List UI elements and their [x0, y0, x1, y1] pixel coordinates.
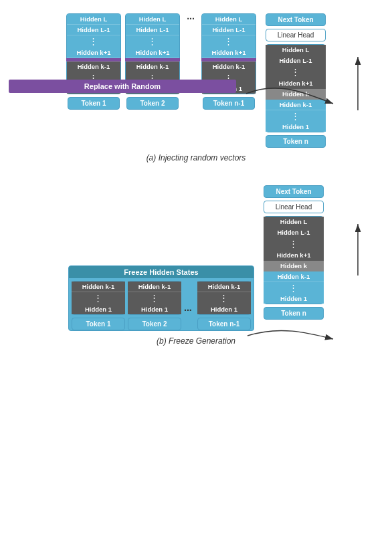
diagram-section-1: Hidden L Hidden L-1 ⋮ Hidden k+1 Hidden …	[0, 7, 392, 165]
rcol2-hidden-L1: Hidden L-1	[264, 227, 324, 238]
linear-head-box-2: Linear Head	[264, 201, 324, 213]
rcol1-hidden-L: Hidden L	[266, 45, 326, 56]
col3-token-label: Token n-1	[203, 97, 255, 110]
token-col-2: Hidden L Hidden L-1 ⋮ Hidden k+1 Hidden …	[125, 13, 180, 110]
fsc2-h1: Hidden 1	[128, 304, 181, 314]
diagram-1-wrapper: Hidden L Hidden L-1 ⋮ Hidden k+1 Hidden …	[5, 7, 387, 148]
rcol1-token-label: Token n	[266, 135, 326, 148]
ellipsis-1: ···	[184, 13, 197, 37]
diagram-1-caption: (a) Injecting random vectors	[146, 153, 246, 162]
spacer-top-left	[68, 185, 254, 265]
fsc2-dots: ⋮	[128, 292, 181, 304]
col1-hidden-km1: Hidden k-1	[67, 62, 120, 72]
fsc1-hkm1: Hidden k-1	[72, 282, 125, 292]
col2-token-label: Token 2	[126, 97, 179, 110]
replace-banner-1: Replace with Random	[9, 80, 236, 93]
rcol1-hidden-km1: Hidden k-1	[266, 100, 326, 110]
rcol2-hidden-1: Hidden 1	[264, 294, 324, 304]
right-col1-border: Hidden L Hidden L-1 ⋮ Hidden k+1 Hidden …	[266, 44, 326, 132]
rcol1-hidden-k1: Hidden k+1	[266, 78, 326, 89]
diagram-2-wrapper: Freeze Hidden States Hidden k-1 ⋮ Hidden…	[5, 179, 387, 331]
rcol1-dots-below: ⋮	[266, 110, 326, 122]
freeze-sub-col-2: Hidden k-1 ⋮ Hidden 1 Token 2	[128, 281, 181, 330]
freeze-group-container: Freeze Hidden States Hidden k-1 ⋮ Hidden…	[68, 185, 254, 331]
fsc3-token: Token n-1	[197, 318, 251, 330]
fsc2-token: Token 2	[128, 318, 181, 330]
freeze-sub-col-3: Hidden k-1 ⋮ Hidden 1 Token n-1	[197, 281, 251, 330]
fsc1-token: Token 1	[72, 318, 125, 330]
linear-head-box-1: Linear Head	[266, 29, 326, 41]
diagram-2-main-row: Freeze Hidden States Hidden k-1 ⋮ Hidden…	[5, 179, 387, 331]
col2-hidden-L1: Hidden L-1	[126, 25, 179, 35]
replace-banner-text: Replace with Random	[9, 80, 236, 93]
token-col-3: Hidden L Hidden L-1 ⋮ Hidden k+1 Hidden …	[201, 13, 256, 110]
rcol1-hidden-L1: Hidden L-1	[266, 56, 326, 66]
col2-hidden-L: Hidden L	[126, 14, 179, 25]
rcol2-dots-above: ⋮	[264, 238, 324, 250]
freeze-sub-cols: Hidden k-1 ⋮ Hidden 1 Token 1 Hidden k-1…	[69, 278, 254, 330]
diagram-section-2: Freeze Hidden States Hidden k-1 ⋮ Hidden…	[0, 179, 392, 348]
col3-hidden-L1: Hidden L-1	[202, 25, 256, 35]
right-special-col: Next Token Linear Head Hidden L Hidden L…	[266, 13, 326, 148]
right-col2-border: Hidden L Hidden L-1 ⋮ Hidden k+1 Hidden …	[264, 216, 324, 304]
fsc1-border: Hidden k-1 ⋮ Hidden 1	[72, 281, 125, 315]
col2-dots-above: ⋮	[126, 35, 179, 47]
fsc3-border: Hidden k-1 ⋮ Hidden 1	[197, 281, 251, 315]
rcol1-hidden-1: Hidden 1	[266, 122, 326, 132]
rcol1-hidden-k: Hidden k	[266, 89, 326, 100]
next-token-box-2: Next Token	[264, 185, 324, 198]
rcol2-token-label: Token n	[264, 307, 324, 320]
fsc3-dots: ⋮	[197, 292, 251, 304]
col2-hidden-km1: Hidden k-1	[126, 62, 179, 72]
freeze-ellipsis: ···	[184, 305, 195, 330]
rcol2-hidden-L: Hidden L	[264, 217, 324, 227]
col2-hidden-k1: Hidden k+1	[126, 47, 179, 58]
col1-hidden-L1: Hidden L-1	[67, 25, 120, 35]
freeze-banner-text: Freeze Hidden States	[69, 266, 254, 278]
col3-hidden-k1: Hidden k+1	[202, 47, 256, 58]
rcol2-hidden-k: Hidden k	[264, 261, 324, 271]
col1-hidden-k1: Hidden k+1	[67, 47, 120, 58]
fsc2-hkm1: Hidden k-1	[128, 282, 181, 292]
col3-hidden-km1: Hidden k-1	[202, 62, 256, 72]
freeze-sub-col-1: Hidden k-1 ⋮ Hidden 1 Token 1	[72, 281, 125, 330]
rcol2-hidden-km1: Hidden k-1	[264, 271, 324, 282]
fsc3-hkm1: Hidden k-1	[197, 282, 251, 292]
diagram-2-caption: (b) Freeze Generation	[157, 336, 235, 346]
rcol2-dots-below: ⋮	[264, 282, 324, 294]
freeze-outer-border: Freeze Hidden States Hidden k-1 ⋮ Hidden…	[68, 265, 254, 331]
diagram-1-main-row: Hidden L Hidden L-1 ⋮ Hidden k+1 Hidden …	[5, 7, 387, 148]
token-col-1: Hidden L Hidden L-1 ⋮ Hidden k+1 Hidden …	[66, 13, 121, 110]
rcol1-dots-above: ⋮	[266, 66, 326, 78]
fsc3-h1: Hidden 1	[197, 304, 251, 314]
rcol2-hidden-k1: Hidden k+1	[264, 250, 324, 261]
col1-dots-above: ⋮	[67, 35, 120, 47]
right-special-col-2: Next Token Linear Head Hidden L Hidden L…	[264, 185, 324, 320]
fsc1-dots: ⋮	[72, 292, 125, 304]
col3-hidden-L: Hidden L	[202, 14, 256, 25]
next-token-box-1: Next Token	[266, 13, 326, 26]
fsc1-h1: Hidden 1	[72, 304, 125, 314]
col1-token-label: Token 1	[68, 97, 120, 110]
fsc2-border: Hidden k-1 ⋮ Hidden 1	[128, 281, 181, 315]
col1-hidden-L: Hidden L	[67, 14, 120, 25]
col3-dots-above: ⋮	[202, 35, 256, 47]
